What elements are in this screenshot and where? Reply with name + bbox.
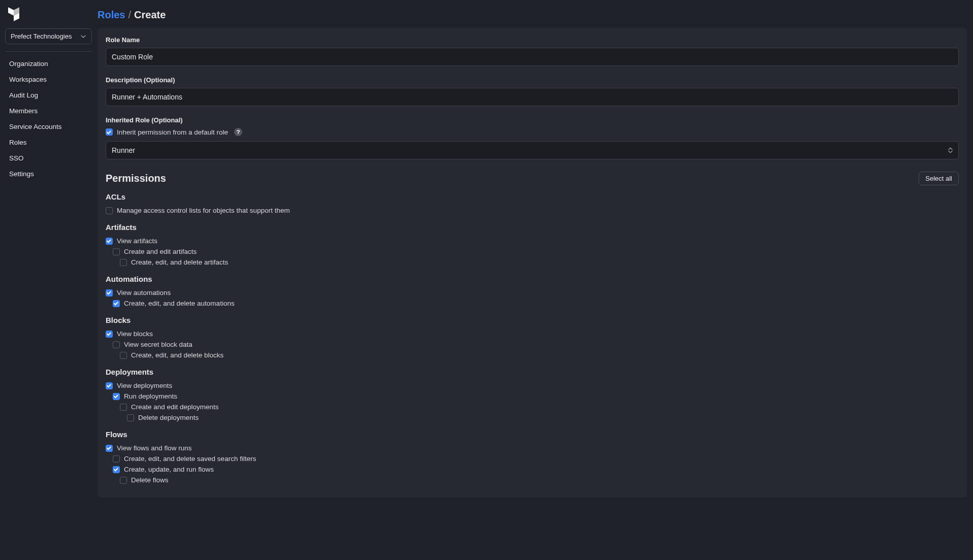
permission-label: Delete flows [131,476,169,484]
permission-label: Create and edit deployments [131,403,219,411]
select-updown-icon [948,147,953,153]
sidebar-item-roles[interactable]: Roles [5,135,92,150]
permission-label: Create, edit, and delete blocks [131,351,223,359]
permission-checkbox[interactable] [106,382,113,389]
permission-label: Create, edit, and delete saved search fi… [124,455,256,463]
inherited-role-label: Inherited Role (Optional) [106,116,959,124]
permission-checkbox[interactable] [113,393,120,400]
nav-label: Settings [9,170,34,178]
permission-row: Create, edit, and delete blocks [106,350,959,360]
breadcrumb-current: Create [134,9,166,21]
permission-group-title: Blocks [106,316,959,324]
breadcrumb-separator: / [128,9,131,21]
permission-label: Run deployments [124,392,177,400]
permission-checkbox[interactable] [113,248,120,255]
permission-group-automations: AutomationsView automationsCreate, edit,… [106,275,959,309]
permission-label: View secret block data [124,341,192,348]
permission-label: Create, edit, and delete automations [124,300,235,307]
permission-group-title: Artifacts [106,223,959,232]
permission-group-flows: FlowsView flows and flow runsCreate, edi… [106,430,959,485]
permission-checkbox[interactable] [113,300,120,307]
breadcrumb-link-roles[interactable]: Roles [98,9,125,21]
role-name-label: Role Name [106,36,959,44]
permission-group-title: Deployments [106,368,959,376]
description-label: Description (Optional) [106,76,959,84]
inherit-permission-checkbox[interactable] [106,128,113,136]
permission-checkbox[interactable] [113,466,120,473]
nav-label: Service Accounts [9,123,62,130]
sidebar-nav: Organization Workspaces Audit Log Member… [5,56,92,182]
workspace-picker-label: Prefect Technologies [11,32,72,40]
inherited-role-select[interactable]: Runner [106,141,959,159]
permissions-header-row: Permissions Select all [106,172,959,185]
sidebar-item-members[interactable]: Members [5,103,92,119]
permission-row: Create and edit artifacts [106,246,959,257]
description-input[interactable] [106,88,959,106]
permission-checkbox[interactable] [127,414,134,421]
permission-row: Create and edit deployments [106,402,959,412]
breadcrumb: Roles / Create [98,0,973,28]
permission-row: Create, edit, and delete saved search fi… [106,453,959,464]
nav-label: Roles [9,139,27,146]
inherited-role-block: Inherited Role (Optional) Inherit permis… [106,116,959,159]
permission-label: Delete deployments [138,414,199,421]
logo [5,7,92,28]
sidebar-item-organization[interactable]: Organization [5,56,92,72]
permission-checkbox[interactable] [106,445,113,452]
nav-label: Audit Log [9,91,38,99]
permission-row: View secret block data [106,339,959,350]
permission-label: View artifacts [117,237,157,245]
permissions-groups: ACLsManage access control lists for obje… [106,192,959,485]
prefect-logo-icon [8,7,89,21]
description-block: Description (Optional) [106,76,959,106]
permission-row: View blocks [106,328,959,339]
sidebar-item-workspaces[interactable]: Workspaces [5,72,92,87]
sidebar-item-sso[interactable]: SSO [5,150,92,166]
sidebar-divider [5,51,92,52]
permission-checkbox[interactable] [120,259,127,266]
nav-label: Workspaces [9,76,47,83]
select-all-button[interactable]: Select all [919,172,959,185]
sidebar-item-settings[interactable]: Settings [5,166,92,182]
inherited-role-select-wrap: Runner [106,141,959,159]
permission-group-title: ACLs [106,192,959,201]
permission-label: View deployments [117,382,172,389]
inherit-permission-label: Inherit permission from a default role [117,128,228,136]
permission-row: Delete flows [106,475,959,485]
permission-label: Create, edit, and delete artifacts [131,258,228,266]
permission-group-title: Flows [106,430,959,439]
permissions-title: Permissions [106,173,166,184]
permission-checkbox[interactable] [106,207,113,214]
role-name-block: Role Name [106,36,959,66]
permission-label: Create and edit artifacts [124,248,197,255]
permission-checkbox[interactable] [120,404,127,411]
permission-checkbox[interactable] [106,289,113,297]
permission-checkbox[interactable] [106,238,113,245]
permission-row: Manage access control lists for objects … [106,205,959,216]
inherit-permission-row: Inherit permission from a default role ? [106,128,959,136]
permission-checkbox[interactable] [113,341,120,348]
permission-row: Create, edit, and delete automations [106,298,959,309]
nav-label: Members [9,107,38,115]
permission-label: Manage access control lists for objects … [117,207,290,214]
create-role-panel: Role Name Description (Optional) Inherit… [98,28,967,498]
sidebar: Prefect Technologies Organization Worksp… [0,0,98,560]
workspace-picker[interactable]: Prefect Technologies [5,28,92,44]
permission-checkbox[interactable] [120,477,127,484]
permission-row: View artifacts [106,236,959,246]
permission-checkbox[interactable] [106,331,113,338]
permission-group-artifacts: ArtifactsView artifactsCreate and edit a… [106,223,959,268]
main: Roles / Create Role Name Description (Op… [98,0,973,560]
sidebar-item-audit-log[interactable]: Audit Log [5,87,92,103]
permission-row: Run deployments [106,391,959,402]
nav-label: Organization [9,60,48,68]
permission-checkbox[interactable] [120,352,127,359]
permission-row: Create, update, and run flows [106,464,959,475]
sidebar-item-service-accounts[interactable]: Service Accounts [5,119,92,135]
permission-group-acls: ACLsManage access control lists for obje… [106,192,959,216]
nav-label: SSO [9,154,24,162]
permission-label: View automations [117,289,171,297]
permission-label: View blocks [117,330,153,338]
permission-checkbox[interactable] [113,455,120,463]
role-name-input[interactable] [106,48,959,66]
